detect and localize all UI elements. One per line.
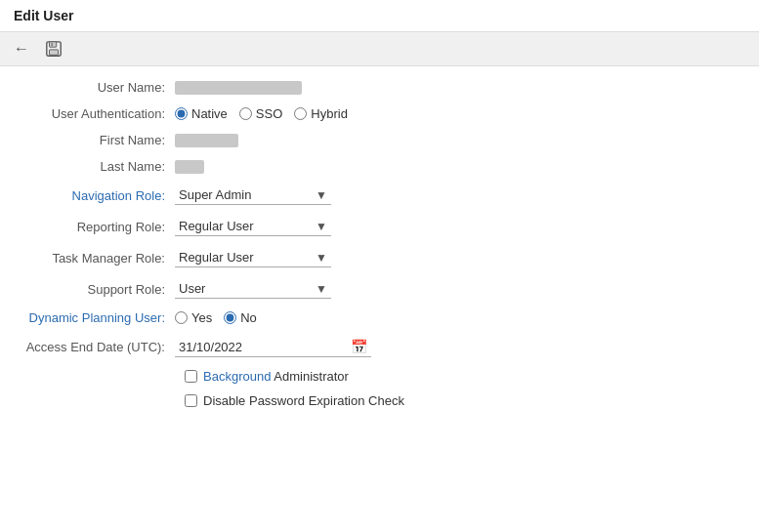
nav-role-select-wrapper: Super Admin Admin Regular User View Only… (175, 185, 331, 205)
firstname-value (175, 134, 238, 147)
dynamic-planning-yes-radio[interactable] (175, 311, 188, 324)
bg-admin-checkbox[interactable] (185, 370, 197, 383)
dynamic-planning-no-option[interactable]: No (224, 310, 257, 325)
access-end-date-wrapper: 📅 (175, 337, 371, 357)
dynamic-planning-yes-label: Yes (191, 310, 212, 325)
dynamic-planning-yes-option[interactable]: Yes (175, 310, 212, 325)
task-manager-role-row: Task Manager Role: Regular User Admin Vi… (14, 248, 730, 267)
support-role-select-wrapper: User Admin ▼ (175, 279, 331, 299)
nav-role-select[interactable]: Super Admin Admin Regular User View Only (175, 185, 331, 205)
form-area: User Name: User Authentication: Native S… (0, 66, 759, 431)
task-manager-role-select-wrapper: Regular User Admin View Only ▼ (175, 248, 331, 267)
lastname-value (175, 160, 204, 174)
auth-hybrid-label: Hybrid (311, 106, 348, 121)
support-role-row: Support Role: User Admin ▼ (14, 279, 730, 299)
auth-hybrid-option[interactable]: Hybrid (294, 106, 348, 121)
disable-pwd-row: Disable Password Expiration Check (185, 393, 730, 408)
svg-rect-2 (50, 50, 59, 55)
reporting-role-select[interactable]: Regular User Admin View Only (175, 217, 331, 236)
disable-pwd-label[interactable]: Disable Password Expiration Check (203, 393, 404, 408)
username-row: User Name: (14, 80, 730, 95)
lastname-row: Last Name: (14, 159, 730, 174)
access-end-date-row: Access End Date (UTC): 📅 (14, 337, 730, 357)
nav-role-row: Navigation Role: Super Admin Admin Regul… (14, 185, 730, 205)
disable-pwd-checkbox[interactable] (185, 394, 197, 407)
support-role-label: Support Role: (14, 282, 175, 297)
dynamic-planning-row: Dynamic Planning User: Yes No (14, 310, 730, 325)
dynamic-planning-radio-group: Yes No (175, 310, 257, 325)
calendar-icon[interactable]: 📅 (347, 337, 371, 356)
support-role-select[interactable]: User Admin (175, 279, 331, 299)
auth-native-radio[interactable] (175, 107, 188, 120)
auth-native-option[interactable]: Native (175, 106, 228, 121)
access-end-date-input[interactable] (175, 338, 347, 356)
task-manager-role-select[interactable]: Regular User Admin View Only (175, 248, 331, 267)
back-button[interactable]: ← (10, 38, 33, 60)
save-icon (45, 40, 63, 58)
svg-rect-3 (51, 43, 53, 47)
task-manager-role-label: Task Manager Role: (14, 251, 175, 266)
dynamic-planning-no-label: No (240, 310, 257, 325)
lastname-label: Last Name: (14, 159, 175, 174)
nav-role-label: Navigation Role: (14, 188, 175, 203)
auth-native-label: Native (191, 106, 228, 121)
user-auth-row: User Authentication: Native SSO Hybrid (14, 106, 730, 121)
save-button[interactable] (41, 38, 66, 60)
username-value (175, 81, 302, 95)
bg-admin-row: Background Administrator (185, 369, 730, 384)
reporting-role-select-wrapper: Regular User Admin View Only ▼ (175, 217, 331, 236)
bg-admin-highlight: Background (203, 369, 271, 384)
bg-admin-label[interactable]: Background Administrator (203, 369, 349, 384)
bg-admin-label2: Administrator (274, 369, 349, 384)
reporting-role-row: Reporting Role: Regular User Admin View … (14, 217, 730, 236)
access-end-date-label: Access End Date (UTC): (14, 340, 175, 354)
toolbar: ← (0, 31, 759, 66)
reporting-role-label: Reporting Role: (14, 220, 175, 234)
dynamic-planning-label: Dynamic Planning User: (14, 310, 175, 325)
dynamic-planning-no-radio[interactable] (224, 311, 236, 324)
auth-sso-label: SSO (256, 106, 282, 121)
firstname-row: First Name: (14, 133, 730, 147)
auth-sso-option[interactable]: SSO (239, 106, 282, 121)
user-auth-label: User Authentication: (14, 106, 175, 121)
auth-radio-group: Native SSO Hybrid (175, 106, 348, 121)
firstname-label: First Name: (14, 133, 175, 147)
auth-hybrid-radio[interactable] (294, 107, 307, 120)
back-arrow-icon: ← (14, 40, 29, 58)
page-title: Edit User (0, 0, 759, 31)
username-label: User Name: (14, 80, 175, 95)
auth-sso-radio[interactable] (239, 107, 252, 120)
